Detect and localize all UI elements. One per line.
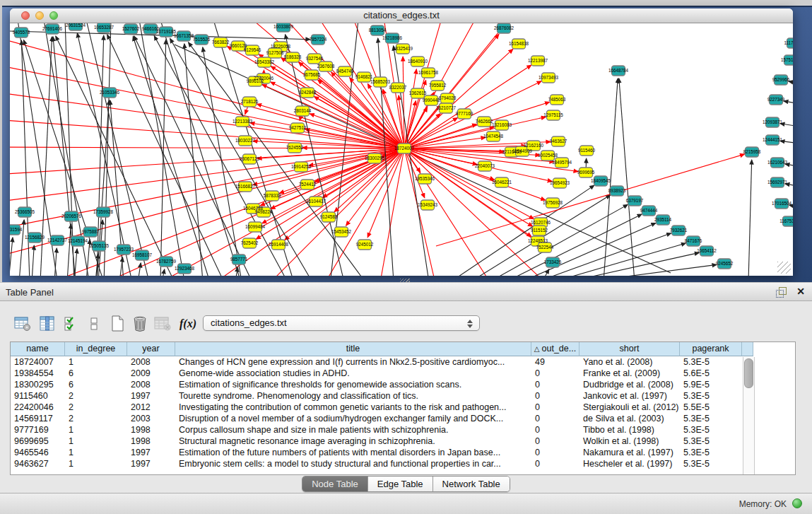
cell-title: Estimation of the future numbers of pati… xyxy=(175,447,531,458)
network-view-window[interactable]: citations_edges.txt 94055782769140620631… xyxy=(10,8,793,276)
network-window-titlebar[interactable]: citations_edges.txt xyxy=(10,8,793,23)
graph-node-label: 16104437 xyxy=(306,199,326,204)
edge xyxy=(536,233,671,276)
graph-node-label: 12975115 xyxy=(543,112,563,117)
new-table-icon[interactable] xyxy=(107,315,127,333)
table-settings-icon[interactable] xyxy=(13,315,33,333)
cell-short: Hescheler et al. (1997) xyxy=(579,458,680,469)
cell-short: Tibbo et al. (1998) xyxy=(579,424,680,436)
table-row[interactable]: 1830029562008Estimation of significance … xyxy=(11,379,795,390)
tab-network-table[interactable]: Network Table xyxy=(433,477,510,491)
graph-node-label: 5878333 xyxy=(264,193,281,198)
sort-ascending-icon: △ xyxy=(534,345,540,353)
delete-attribute-icon[interactable] xyxy=(130,315,150,333)
graph-node-label: 18640910 xyxy=(408,59,428,64)
network-canvas[interactable]: 9405578276914062063152410653287152760294… xyxy=(10,23,793,276)
tab-edge-table[interactable]: Edge Table xyxy=(368,477,433,491)
table-row[interactable]: 969969511998Structural magnetic resonanc… xyxy=(11,436,795,447)
column-header-year[interactable]: year xyxy=(127,342,175,356)
column-header-title[interactable]: title xyxy=(175,342,531,356)
cell-title: Structural magnetic resonance image aver… xyxy=(175,436,531,447)
close-panel-icon[interactable]: ✕ xyxy=(796,286,805,297)
graph-node-label: 12156829 xyxy=(25,235,45,240)
graph-node-label: 16782759 xyxy=(156,259,177,264)
cell-out_de: 0 xyxy=(531,413,579,424)
cell-title: Disruption of a novel member of a sodium… xyxy=(175,413,531,424)
graph-node-label: 7515526 xyxy=(193,37,211,42)
citation-network-graph: 9405578276914062063152410653287152760294… xyxy=(10,23,793,276)
column-header-short[interactable]: short xyxy=(579,342,680,356)
cell-title: Embryonic stem cells: a model to study s… xyxy=(175,458,531,469)
graph-node-label: 18300295 xyxy=(365,156,385,160)
column-header-in_degree[interactable]: in_degree xyxy=(65,342,127,356)
rows-icon[interactable] xyxy=(88,315,100,333)
edge xyxy=(784,101,793,107)
graph-node-label: 16543382 xyxy=(254,59,275,64)
graph-node-label: 23067123 xyxy=(240,156,260,161)
header-scroll-corner xyxy=(742,342,753,356)
select-columns-icon[interactable] xyxy=(37,315,57,333)
cell-name: 18724007 xyxy=(11,356,65,368)
column-header-out_de[interactable]: △out_de... xyxy=(531,342,579,356)
graph-node-label: 9427512 xyxy=(289,125,307,130)
graph-node-label: 10025458 xyxy=(538,153,558,158)
cell-name: 9463627 xyxy=(11,458,65,469)
cell-year: 2008 xyxy=(127,356,175,368)
graph-node-label: 7932621 xyxy=(670,228,688,233)
cell-short: Yano et al. (2008) xyxy=(579,356,680,368)
table-row[interactable]: 1456911722003Disruption of a novel membe… xyxy=(11,413,795,424)
table-vertical-scrollbar[interactable] xyxy=(743,357,755,474)
table-row[interactable]: 911546021997Tourette syndrome. Phenomeno… xyxy=(11,390,795,402)
function-builder-icon[interactable]: f(x) xyxy=(177,315,199,333)
edge xyxy=(97,35,104,276)
graph-node-label: 8454749 xyxy=(336,69,354,74)
graph-node-label: 7485063 xyxy=(548,97,566,102)
cell-year: 1997 xyxy=(127,447,175,458)
status-bar: Memory: OK xyxy=(0,493,812,514)
graph-node-label: 9146821 xyxy=(355,74,373,79)
graph-node-label: 9115460 xyxy=(578,148,596,153)
cell-name: 19384554 xyxy=(11,368,65,379)
table-row[interactable]: 977716911998Corpus callosum shape and si… xyxy=(11,424,795,436)
float-panel-icon[interactable] xyxy=(776,287,787,297)
graph-node-label: 21053346 xyxy=(100,90,120,95)
table-row[interactable]: 2242004622012Investigating the contribut… xyxy=(11,402,795,413)
graph-node-label: 9474444 xyxy=(640,208,658,213)
graph-node-label: 9975887 xyxy=(82,229,100,234)
column-header-pagerank[interactable]: pagerank xyxy=(680,342,742,356)
graph-node-label: 9327546 xyxy=(306,56,324,61)
graph-node-label: 1527602 xyxy=(122,26,140,31)
table-row[interactable]: 946362711997Embryonic stem cells: a mode… xyxy=(11,458,795,469)
scrollbar-thumb[interactable] xyxy=(744,358,753,388)
memory-ok-indicator[interactable] xyxy=(792,498,802,508)
graph-node-label: 8471676 xyxy=(685,238,702,243)
graph-node-label: 17359928 xyxy=(93,209,114,214)
cell-pagerank: 5.3E-5 xyxy=(680,390,742,402)
table-mode-tabs: Node Table Edge Table Network Table xyxy=(0,475,812,493)
network-table-selector[interactable]: citations_edges.txt xyxy=(203,315,480,331)
cell-year: 1998 xyxy=(127,436,175,447)
graph-node-label: 12145194 xyxy=(68,238,88,243)
cell-pagerank: 5.3E-5 xyxy=(680,447,742,458)
table-row[interactable]: 1872400712008Changes of HCN gene express… xyxy=(11,356,795,368)
window-resize-grip[interactable] xyxy=(777,262,791,274)
column-header-name[interactable]: name xyxy=(11,342,65,356)
graph-node-label: 20206576 xyxy=(61,214,82,218)
table-row[interactable]: 946554611997Estimation of the future num… xyxy=(11,447,795,458)
edge xyxy=(505,214,642,276)
cell-short: Nakamura et al. (1997) xyxy=(579,447,680,458)
cell-out_de: 0 xyxy=(531,368,579,379)
tab-node-table[interactable]: Node Table xyxy=(302,477,368,491)
cell-in_degree: 1 xyxy=(65,436,127,447)
graph-node-label: 15685203 xyxy=(370,79,391,84)
graph-node-label: 16033809 xyxy=(273,24,294,29)
panel-resize-grip[interactable] xyxy=(400,279,410,282)
cell-name: 14569117 xyxy=(11,413,65,424)
cell-name: 22420046 xyxy=(11,402,65,413)
edge xyxy=(330,23,358,276)
graph-node-label: 9498224 xyxy=(255,209,273,214)
graph-node-label: 17016504 xyxy=(772,201,792,206)
table-row[interactable]: 1938455462009Genome-wide association stu… xyxy=(11,368,795,379)
select-rows-checked-icon[interactable] xyxy=(63,315,80,333)
graph-node-label: 9129546 xyxy=(244,47,261,52)
